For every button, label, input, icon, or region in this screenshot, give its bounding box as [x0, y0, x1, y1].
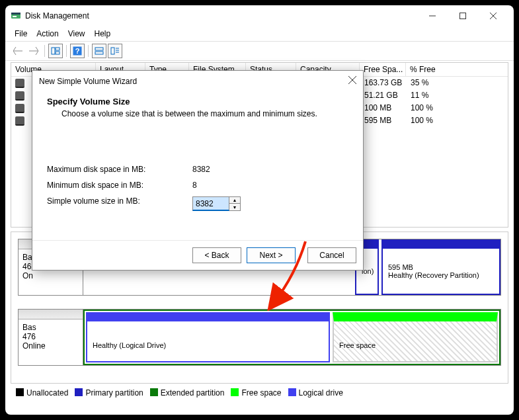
disk-1: Bas 476 Online Healthy (Logical Drive) F…: [18, 309, 501, 366]
drive-icon: [15, 116, 24, 124]
legend-swatch-free: [231, 388, 239, 396]
svg-rect-7: [52, 48, 55, 54]
partition-free[interactable]: Free space: [333, 312, 498, 362]
app-icon: [11, 11, 21, 21]
drive-icon: [15, 91, 24, 99]
wizard-title: New Simple Volume Wizard: [39, 77, 348, 86]
cell-free: 595 MB: [360, 114, 407, 127]
svg-rect-1: [11, 13, 20, 15]
minimize-button[interactable]: [417, 5, 448, 26]
drive-icon: [15, 104, 24, 112]
svg-rect-8: [56, 48, 60, 50]
toolbar-icon-1[interactable]: [48, 44, 63, 58]
disk-info: Bas 476 Online: [19, 310, 83, 365]
wizard-heading: Specify Volume Size: [47, 97, 348, 106]
svg-rect-14: [111, 48, 114, 54]
cell-free: 100 MB: [360, 102, 407, 114]
svg-rect-12: [95, 48, 103, 50]
legend-swatch-extended: [150, 388, 158, 396]
disk-size: 476: [22, 332, 79, 341]
cell-free: 163.73 GB: [360, 77, 407, 89]
back-button[interactable]: < Back: [192, 247, 241, 263]
content-area: Volume Layout Type File System Status Ca…: [5, 61, 514, 415]
partition-size: 595 MB: [388, 263, 494, 271]
new-simple-volume-wizard: New Simple Volume Wizard Specify Volume …: [32, 70, 364, 271]
partition-status: Healthy (Logical Drive): [93, 341, 323, 349]
max-space-value: 8382: [192, 165, 210, 174]
svg-rect-4: [460, 13, 466, 19]
menu-file[interactable]: File: [11, 28, 31, 40]
help-icon[interactable]: ?: [70, 44, 85, 58]
wizard-close-icon[interactable]: [348, 76, 356, 86]
menubar: File Action View Help: [5, 26, 514, 41]
partition-extended[interactable]: Healthy (Logical Drive) Free space: [83, 310, 500, 365]
menu-action[interactable]: Action: [32, 28, 62, 40]
disk-management-window: Disk Management File Action View Help ? …: [5, 5, 514, 415]
max-space-label: Maximum disk space in MB:: [47, 165, 192, 174]
maximize-button[interactable]: [448, 5, 478, 26]
svg-rect-9: [56, 52, 60, 54]
col-freespace[interactable]: Free Spa...: [360, 63, 406, 76]
back-icon[interactable]: [11, 44, 25, 58]
titlebar: Disk Management: [5, 5, 514, 26]
size-spinner: ▲ ▼: [192, 196, 241, 211]
spinner-down-icon[interactable]: ▼: [229, 204, 240, 210]
partition-logical[interactable]: Healthy (Logical Drive): [86, 312, 330, 362]
min-space-value: 8: [192, 181, 197, 190]
toolbar-icon-2[interactable]: [92, 44, 106, 58]
svg-rect-13: [95, 52, 103, 54]
cell-pct: 35 %: [407, 77, 432, 89]
menu-view[interactable]: View: [64, 28, 89, 40]
partition-recovery[interactable]: 595 MB Healthy (Recovery Partition): [381, 239, 500, 295]
cell-pct: 100 %: [407, 114, 437, 127]
toolbar-icon-3[interactable]: [108, 44, 122, 58]
svg-rect-2: [13, 16, 17, 17]
legend-swatch-primary: [75, 388, 83, 396]
toolbar: ?: [5, 41, 514, 61]
disk-status: On: [22, 271, 79, 280]
size-input[interactable]: [192, 196, 229, 211]
spinner-up-icon[interactable]: ▲: [229, 197, 240, 204]
drive-icon: [15, 79, 24, 87]
disk-status: Online: [22, 341, 79, 351]
legend-swatch-logical: [288, 388, 296, 396]
cell-free: 51.21 GB: [360, 89, 407, 102]
wizard-subtext: Choose a volume size that is between the…: [47, 106, 348, 118]
close-button[interactable]: [478, 5, 508, 26]
cell-pct: 11 %: [407, 89, 432, 102]
cell-pct: 100 %: [407, 102, 437, 114]
legend-swatch-unallocated: [16, 388, 24, 396]
partition-status: Healthy (Recovery Partition): [388, 271, 494, 279]
col-pctfree[interactable]: % Free: [406, 63, 508, 76]
free-label: Free space: [339, 341, 491, 349]
window-title: Disk Management: [25, 11, 417, 21]
menu-help[interactable]: Help: [91, 28, 115, 40]
forward-icon[interactable]: [26, 44, 41, 58]
size-label: Simple volume size in MB:: [47, 196, 192, 211]
legend: Unallocated Primary partition Extended p…: [11, 384, 508, 401]
cancel-button[interactable]: Cancel: [307, 247, 356, 263]
next-button[interactable]: Next >: [247, 247, 296, 263]
disk-label: Bas: [22, 323, 79, 332]
min-space-label: Minimum disk space in MB:: [47, 181, 192, 190]
svg-text:?: ?: [75, 47, 80, 55]
